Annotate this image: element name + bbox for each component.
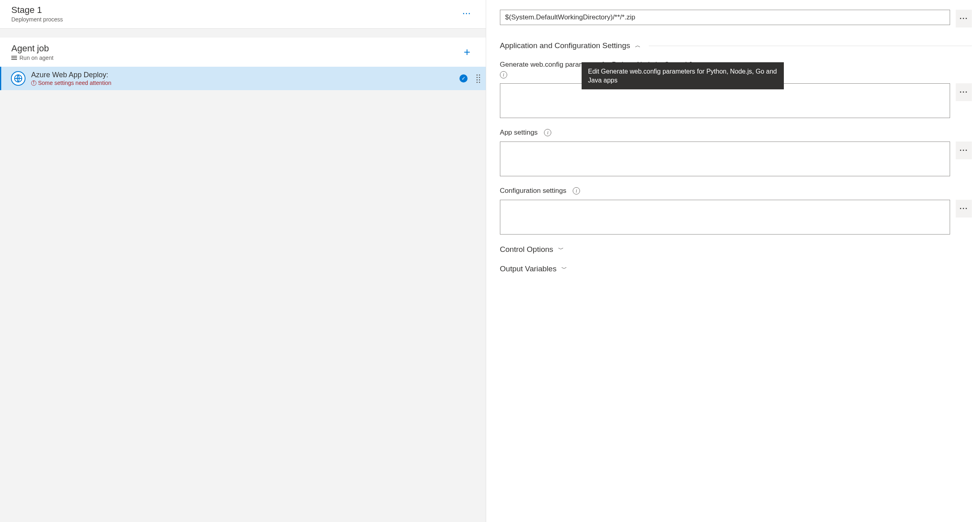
app-settings-input[interactable] bbox=[500, 142, 950, 176]
stage-subtitle: Deployment process bbox=[11, 16, 459, 23]
app-settings-label: App settings bbox=[500, 129, 538, 137]
agent-job-subtitle: Run on agent bbox=[19, 55, 53, 61]
config-settings-input[interactable] bbox=[500, 200, 950, 235]
task-row[interactable]: Azure Web App Deploy: ! Some settings ne… bbox=[0, 67, 486, 90]
drag-handle-icon[interactable] bbox=[476, 74, 480, 83]
section-app-config-header[interactable]: Application and Configuration Settings ︿ bbox=[500, 41, 972, 50]
package-folder-browse-button[interactable]: ··· bbox=[956, 10, 972, 27]
section-control-header[interactable]: Control Options ﹀ bbox=[500, 245, 972, 254]
agent-job-title: Agent job bbox=[11, 43, 459, 54]
chevron-down-icon: ﹀ bbox=[558, 246, 564, 253]
info-icon[interactable]: i bbox=[544, 129, 551, 136]
section-control-title: Control Options bbox=[500, 245, 553, 254]
add-task-button[interactable]: + bbox=[459, 46, 474, 58]
agent-icon bbox=[11, 56, 17, 60]
package-folder-input[interactable] bbox=[500, 10, 950, 25]
info-icon[interactable]: i bbox=[573, 187, 580, 194]
right-panel: Package or folder i ··· Application and … bbox=[486, 0, 980, 522]
config-settings-edit-button[interactable]: ··· bbox=[956, 200, 972, 218]
chevron-up-icon: ︿ bbox=[635, 42, 641, 49]
tooltip: Edit Generate web.config parameters for … bbox=[582, 62, 784, 89]
config-settings-label: Configuration settings bbox=[500, 187, 566, 195]
generate-webconfig-edit-button[interactable]: ··· bbox=[956, 83, 972, 101]
left-panel: Stage 1 Deployment process ··· Agent job… bbox=[0, 0, 486, 522]
app-settings-edit-button[interactable]: ··· bbox=[956, 142, 972, 159]
section-output-title: Output Variables bbox=[500, 264, 557, 273]
chevron-down-icon: ﹀ bbox=[561, 265, 567, 273]
agent-job-row[interactable]: Agent job Run on agent + bbox=[0, 38, 486, 67]
task-selected-check-icon: ✓ bbox=[459, 74, 468, 82]
stage-title: Stage 1 bbox=[11, 5, 459, 15]
section-output-header[interactable]: Output Variables ﹀ bbox=[500, 264, 972, 273]
task-title: Azure Web App Deploy: bbox=[31, 71, 454, 79]
section-app-config-title: Application and Configuration Settings bbox=[500, 41, 630, 50]
warning-icon: ! bbox=[31, 80, 36, 86]
stage-header: Stage 1 Deployment process ··· bbox=[0, 0, 486, 29]
task-warning-text: Some settings need attention bbox=[38, 80, 111, 86]
section-divider bbox=[649, 46, 972, 46]
stage-more-button[interactable]: ··· bbox=[459, 8, 474, 20]
azure-webapp-icon bbox=[11, 71, 25, 86]
info-icon[interactable]: i bbox=[500, 71, 507, 78]
